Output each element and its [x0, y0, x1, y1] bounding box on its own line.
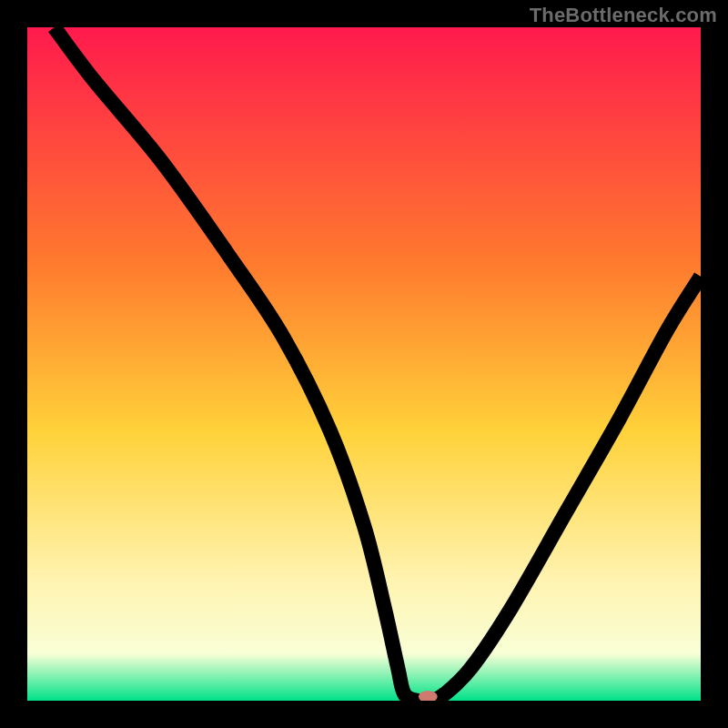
plot-area [27, 27, 701, 701]
chart-frame: TheBottleneck.com [0, 0, 728, 728]
chart-svg [27, 27, 701, 701]
watermark-text: TheBottleneck.com [530, 4, 717, 27]
